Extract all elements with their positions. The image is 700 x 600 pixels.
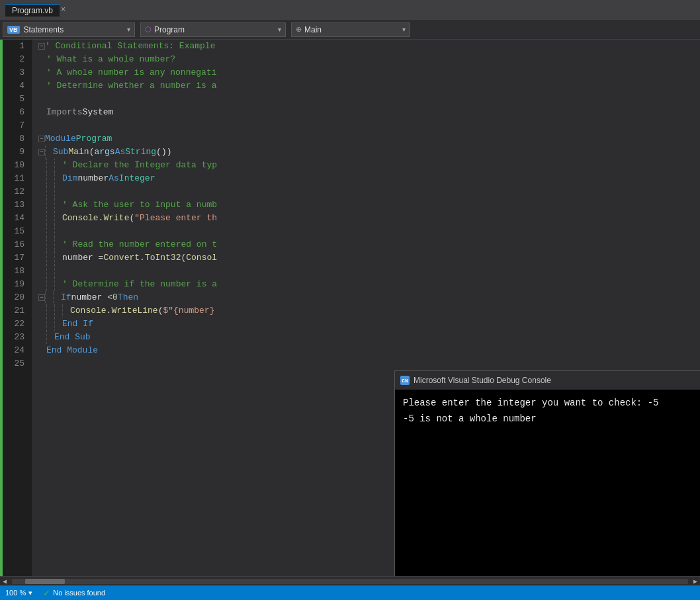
line-number: 20 <box>5 291 24 304</box>
indent-guide <box>46 198 54 212</box>
token-comment: ' Declare the Integer data type variable <box>62 159 217 172</box>
code-line[interactable]: −If number < 0 Then <box>38 291 212 304</box>
code-line[interactable]: End Module <box>38 344 212 357</box>
code-line[interactable]: Console.WriteLine($"{number} is not a wh… <box>38 304 212 318</box>
collapse-button[interactable]: − <box>38 136 45 142</box>
code-line[interactable] <box>38 265 212 278</box>
line-number: 21 <box>5 304 24 318</box>
line-number: 4 <box>5 79 24 93</box>
indent-guide <box>54 225 62 238</box>
code-line[interactable] <box>38 93 212 106</box>
code-line[interactable]: Console.Write("Please enter the integer … <box>38 212 212 225</box>
token-method: Console <box>70 304 107 318</box>
collapse-button[interactable]: − <box>38 149 45 155</box>
main-dropdown[interactable]: ⊕ Main ▾ <box>291 22 410 37</box>
empty-line <box>62 265 67 278</box>
code-line[interactable]: −' Conditional Statements: Example 1: If… <box>38 40 212 53</box>
code-line[interactable]: number = Convert.ToInt32(Console.ReadLin… <box>38 251 212 265</box>
line-number: 10 <box>5 159 24 172</box>
scroll-right-icon[interactable]: ▶ <box>691 578 700 585</box>
token-kw: Dim <box>62 172 77 185</box>
code-line[interactable] <box>38 185 212 198</box>
code-line[interactable] <box>38 225 212 238</box>
scroll-left-icon[interactable]: ◀ <box>0 578 9 585</box>
program-dropdown[interactable]: ⬡ Program ▾ <box>140 22 286 37</box>
code-line[interactable] <box>38 119 212 132</box>
code-line[interactable]: ' What is a whole number? <box>38 53 212 66</box>
empty-line <box>62 185 67 198</box>
console-line-1: Please enter the integer you want to che… <box>403 395 700 411</box>
statements-arrow-icon: ▾ <box>127 26 130 33</box>
indent-guide <box>53 291 61 304</box>
title-bar: Program.vb × <box>0 0 700 20</box>
debug-console-titlebar: CN Microsoft Visual Studio Debug Console… <box>395 371 700 390</box>
code-line[interactable]: ' Ask the user to input a number. Put th… <box>38 198 212 212</box>
indent-guide <box>54 159 62 172</box>
indent-guide <box>62 304 70 318</box>
code-line[interactable]: −Sub Main(args As String()) <box>38 146 212 159</box>
indent-guide <box>54 198 62 212</box>
token-comment: ' Conditional Statements: Example 1: If-… <box>45 40 217 53</box>
code-line[interactable]: Imports System <box>38 106 212 119</box>
code-line[interactable]: Dim number As Integer <box>38 172 212 185</box>
indent-guide <box>54 185 62 198</box>
program-icon: ⬡ <box>145 25 152 34</box>
code-line[interactable]: −Module Program <box>38 132 212 146</box>
token-kw: As <box>109 172 119 185</box>
indent-guide <box>54 278 62 291</box>
collapse-button[interactable]: − <box>38 294 45 301</box>
line-number: 7 <box>5 119 24 132</box>
token-plain: ( <box>181 251 186 265</box>
line-number: 1 <box>5 40 24 53</box>
code-line[interactable]: ' A whole number is any nonnegative inte… <box>38 66 212 79</box>
token-plain: ()) <box>156 146 171 159</box>
h-scrollbar[interactable]: ◀ ▶ <box>0 576 700 585</box>
indent-guide <box>45 291 53 304</box>
indent-guide <box>54 251 62 265</box>
green-indicator-bar <box>0 40 3 576</box>
code-line[interactable] <box>38 357 212 370</box>
line-number: 25 <box>5 357 24 370</box>
zoom-control[interactable]: 100 % ▾ <box>5 589 32 597</box>
token-kw: End Sub <box>54 331 91 344</box>
code-line[interactable]: ' Determine if the number is a whole num… <box>38 278 212 291</box>
token-kw: Then <box>118 291 138 304</box>
line-number: 13 <box>5 198 24 212</box>
token-module-name: Program <box>76 132 112 146</box>
code-line[interactable]: ' Read the number entered on the same li… <box>38 238 212 251</box>
editor-wrapper: 1234567891011121314151617181920212223242… <box>0 40 700 576</box>
token-plain: number = <box>62 251 103 265</box>
tab-close-icon[interactable]: × <box>61 5 66 15</box>
console-body: Please enter the integer you want to che… <box>395 390 700 436</box>
statements-dropdown[interactable]: VB Statements ▾ <box>3 22 135 37</box>
token-comment: ' Determine whether a number is a whole … <box>46 79 217 93</box>
token-comment: ' What is a whole number? <box>46 53 175 66</box>
program-arrow-icon: ▾ <box>278 26 281 33</box>
line-number: 15 <box>5 225 24 238</box>
code-area[interactable]: −' Conditional Statements: Example 1: If… <box>33 40 217 576</box>
token-plain: System <box>83 106 114 119</box>
line-number: 19 <box>5 278 24 291</box>
line-number: 6 <box>5 106 24 119</box>
no-issues-label: No issues found <box>53 589 105 597</box>
code-line[interactable]: ' Declare the Integer data type variable <box>38 159 212 172</box>
code-line[interactable]: ' Determine whether a number is a whole … <box>38 79 212 93</box>
indent-guide <box>46 278 54 291</box>
code-line[interactable]: End If <box>38 318 212 331</box>
line-number: 16 <box>5 238 24 251</box>
token-plain: . <box>140 251 145 265</box>
indent-guide <box>54 172 62 185</box>
collapse-button[interactable]: − <box>38 43 45 50</box>
token-comment: ' A whole number is any nonnegative inte… <box>46 66 217 79</box>
token-plain: ( <box>158 304 163 318</box>
token-method: WriteLine <box>111 304 157 318</box>
tab-filename[interactable]: Program.vb <box>5 4 60 17</box>
indent-guide <box>46 159 54 172</box>
token-plain: ( <box>129 212 134 225</box>
indent-guide <box>46 318 54 331</box>
indent-guide <box>54 318 62 331</box>
code-line[interactable]: End Sub <box>38 331 212 344</box>
h-scrollbar-track[interactable] <box>12 579 688 584</box>
h-scrollbar-thumb[interactable] <box>25 579 65 584</box>
token-method: Console <box>186 251 217 265</box>
